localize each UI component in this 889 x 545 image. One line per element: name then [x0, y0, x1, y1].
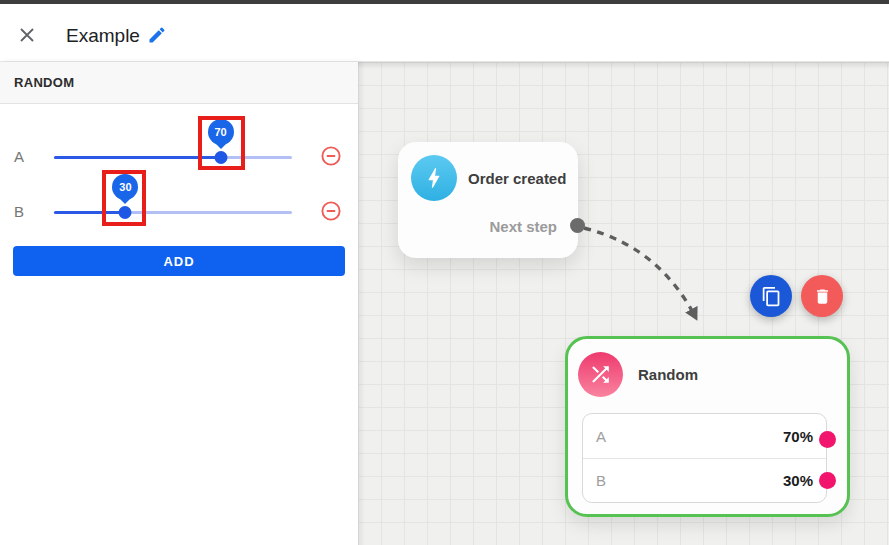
branch-a-port[interactable] [819, 431, 836, 448]
remove-slider-a-button[interactable] [320, 145, 342, 167]
panel-section-title: RANDOM [14, 75, 74, 90]
minus-circle-icon [320, 145, 342, 167]
next-step-port[interactable] [570, 218, 585, 233]
delete-node-button[interactable] [801, 275, 843, 317]
minus-circle-icon [320, 200, 342, 222]
remove-slider-b-button[interactable] [320, 200, 342, 222]
app-window: Example RANDOM A 70 B 30 [0, 0, 889, 545]
page-title: Example [66, 23, 140, 49]
canvas-left-shadow [358, 62, 365, 545]
canvas-top-shadow [358, 62, 889, 69]
settings-panel [0, 62, 358, 545]
slider-a-fill [54, 156, 221, 159]
copy-icon [761, 286, 782, 307]
branch-b-value: 30% [783, 472, 813, 489]
random-node-title: Random [638, 366, 698, 383]
lightning-icon [411, 155, 457, 201]
pencil-icon [147, 25, 167, 45]
branch-b-port[interactable] [819, 472, 836, 489]
add-button[interactable]: ADD [13, 246, 345, 276]
workflow-canvas[interactable]: Order created Next step Random [358, 62, 889, 545]
edit-title-button[interactable] [146, 25, 168, 47]
next-step-label: Next step [489, 218, 557, 235]
annotation-box-b [102, 170, 146, 226]
slider-a-label: A [14, 148, 44, 165]
node-random[interactable]: Random A 70% B 30% [565, 336, 850, 517]
branch-b-label: B [596, 472, 606, 489]
random-branches-box: A 70% B 30% [582, 413, 827, 503]
panel-section-header: RANDOM [0, 62, 358, 104]
branch-row-a[interactable]: A 70% [583, 414, 826, 458]
branch-row-b[interactable]: B 30% [583, 458, 826, 502]
close-button[interactable] [14, 23, 40, 49]
branch-a-value: 70% [783, 428, 813, 445]
trash-icon [813, 287, 832, 306]
slider-b-label: B [14, 203, 44, 220]
duplicate-node-button[interactable] [750, 275, 792, 317]
shuffle-icon [578, 352, 623, 397]
close-icon [15, 23, 39, 47]
annotation-box-a [198, 116, 245, 170]
titlebar: Example [0, 4, 889, 62]
trigger-node-title: Order created [468, 170, 566, 187]
node-order-created[interactable]: Order created Next step [398, 142, 578, 258]
branch-a-label: A [596, 428, 606, 445]
